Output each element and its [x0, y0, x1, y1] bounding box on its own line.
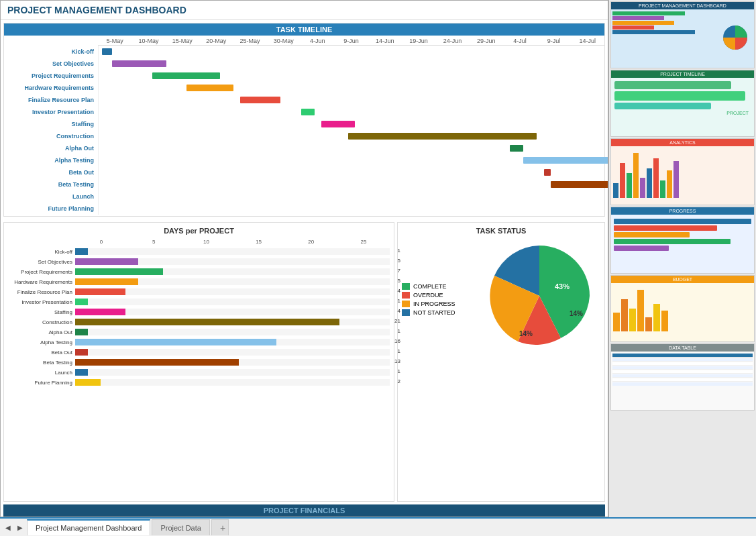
project-financials-bar: PROJECT FINANCIALS — [3, 504, 605, 517]
bar-value-label: 5 — [398, 258, 400, 264]
thumb2-bar1 — [614, 81, 731, 89]
t4-bar2 — [614, 225, 717, 231]
gantt-row: Set Objectives — [4, 58, 604, 70]
gantt-bar — [301, 109, 315, 115]
date-19jun: 19-Jun — [402, 38, 435, 44]
bar-value-label: 1 — [398, 298, 400, 304]
bar-value-label: 5 — [398, 278, 400, 284]
bar-fill — [75, 288, 125, 295]
bar-chart-row: Hardware Requirements5 — [8, 277, 390, 286]
legend-label-overdue: OVERDUE — [413, 292, 443, 299]
bar-chart-row: Alpha Testing16 — [8, 337, 390, 347]
gantt-bar — [510, 145, 523, 152]
bar-value-label: 13 — [394, 358, 400, 364]
bar-fill — [75, 248, 88, 255]
legend-label-complete: COMPLETE — [413, 283, 447, 290]
t5-b2 — [621, 299, 628, 331]
bar-fill — [75, 258, 138, 265]
task-label: Launch — [4, 193, 98, 200]
t3-b6 — [647, 168, 652, 198]
tab-projectdata[interactable]: Project Data — [152, 519, 210, 535]
tab-add[interactable]: + — [211, 519, 229, 535]
bar-track: 21 — [75, 319, 390, 325]
tab-dashboard[interactable]: Project Management Dashboard — [27, 519, 150, 535]
task-label: Set Objectives — [4, 60, 98, 67]
gantt-row: Alpha Out — [4, 142, 604, 154]
gantt-bar — [186, 85, 233, 91]
bar-chart-row: Beta Testing13 — [8, 358, 390, 367]
t5-b3 — [629, 309, 636, 332]
bar-fill — [75, 359, 239, 366]
thumbnail-6[interactable]: DATA TABLE — [610, 343, 755, 411]
date-24jun: 24-Jun — [435, 38, 469, 44]
thumb5-header: BUDGET — [611, 276, 754, 283]
thumbnail-4[interactable]: PROGRESS — [610, 207, 755, 274]
bar-value-label: 4 — [398, 288, 400, 294]
thumb1-bar3 — [612, 21, 674, 25]
bar-value-label: 16 — [394, 338, 400, 344]
pie-chart-container: 43% 14% 14% — [482, 239, 596, 356]
task-status-title: TASK STATUS — [402, 227, 600, 235]
thumb4-header: PROGRESS — [611, 207, 754, 215]
thumb2-label: PROJECT — [614, 111, 751, 115]
date-4jun: 4-Jun — [301, 38, 334, 44]
task-track — [98, 82, 604, 94]
date-29jun: 29-Jun — [470, 38, 503, 44]
legend-overdue: OVERDUE — [402, 292, 476, 299]
gantt-rows: Kick-offSet ObjectivesProject Requiremen… — [4, 46, 604, 215]
gantt-bar — [102, 48, 112, 55]
scale-15: 15 — [233, 239, 285, 245]
bar-value-label: 2 — [398, 378, 400, 384]
bar-track: 1 — [75, 299, 390, 305]
t3-b2 — [620, 163, 625, 198]
thumb3-header: ANALYTICS — [611, 139, 754, 146]
task-track — [98, 130, 604, 142]
thumbnail-3[interactable]: ANALYTICS — [610, 138, 755, 205]
bar-chart-row: Project Requirements7 — [8, 267, 390, 276]
gantt-bar — [321, 121, 355, 127]
date-14jun: 14-Jun — [368, 38, 402, 44]
tab-next-arrow[interactable]: ▶ — [15, 522, 25, 533]
bar-track: 1 — [75, 349, 390, 356]
gantt-row: Staffing — [4, 118, 604, 130]
gantt-row: Beta Testing — [4, 178, 604, 191]
tab-prev-arrow[interactable]: ◀ — [3, 522, 13, 533]
thumb2-content: PROJECT — [611, 78, 754, 118]
task-track — [98, 191, 604, 203]
date-30may: 30-May — [267, 38, 301, 44]
page-title: PROJECT MANAGEMENT DASHBOARD — [1, 1, 608, 20]
bar-chart-row: Staffing4 — [8, 307, 390, 317]
bar-fill — [75, 349, 88, 356]
thumb1-bar5 — [612, 30, 695, 34]
legend-color-overdue — [402, 292, 410, 299]
thumbnail-2[interactable]: PROJECT TIMELINE PROJECT — [610, 70, 755, 137]
task-track — [98, 166, 604, 178]
t4-bar3 — [614, 232, 690, 237]
task-label: Investor Presentation — [4, 109, 98, 115]
bottom-section: DAYS per PROJECT 0 5 10 15 20 25 Kick-of… — [1, 219, 608, 504]
scale-10: 10 — [180, 239, 232, 245]
date-9jun: 9-Jun — [334, 38, 368, 44]
bar-track: 2 — [75, 379, 390, 386]
t5-b5 — [645, 317, 652, 331]
bar-track: 16 — [75, 339, 390, 345]
t6-row6 — [612, 378, 753, 382]
thumbnail-1[interactable]: PROJECT MANAGEMENT DASHBOARD — [610, 1, 755, 68]
gantt-row: Launch — [4, 191, 604, 203]
date-10may: 10-May — [131, 38, 165, 44]
bar-chart-row: Investor Presentation1 — [8, 297, 390, 307]
thumb1-pie-svg — [720, 23, 751, 53]
bar-track: 13 — [75, 359, 390, 366]
bar-track: 1 — [75, 248, 390, 255]
scale-0: 0 — [75, 239, 127, 245]
thumb1-pie-slice — [735, 25, 747, 38]
task-track — [98, 46, 604, 58]
bar-track: 1 — [75, 329, 390, 335]
project-financials-title: PROJECT FINANCIALS — [264, 506, 345, 515]
timeline-grid: 5-May 10-May 15-May 20-May 25-May 30-May… — [4, 36, 604, 216]
bar-chart-row: Launch1 — [8, 368, 390, 377]
thumbnail-5[interactable]: BUDGET — [610, 275, 755, 342]
thumb4-content — [611, 215, 754, 255]
t3-b7 — [653, 158, 659, 198]
gantt-row: Alpha Testing — [4, 154, 604, 166]
